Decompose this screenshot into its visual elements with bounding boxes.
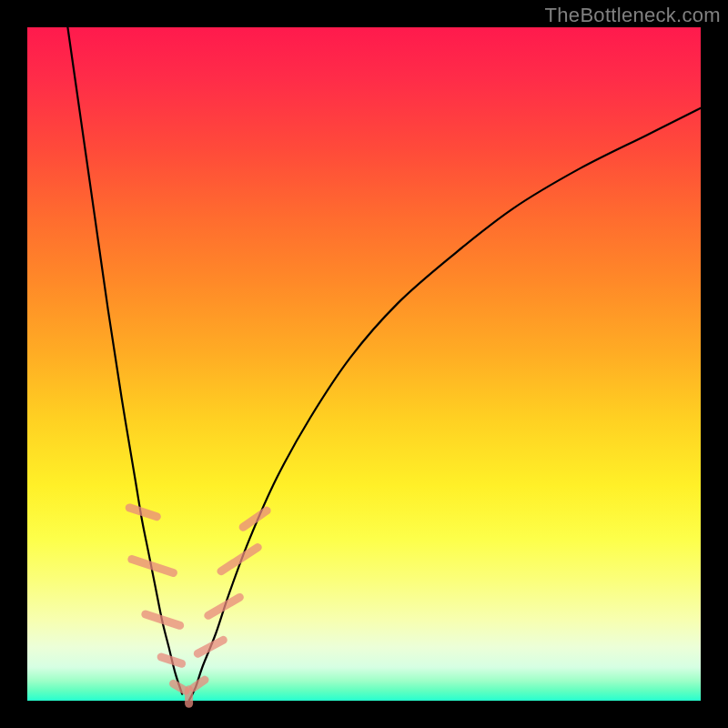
svg-rect-2 bbox=[140, 609, 185, 631]
curve-right-branch bbox=[189, 108, 701, 701]
svg-rect-0 bbox=[125, 502, 162, 521]
marker-2 bbox=[140, 609, 185, 631]
marker-7 bbox=[192, 634, 228, 659]
marker-0 bbox=[125, 502, 162, 521]
svg-rect-9 bbox=[216, 541, 264, 577]
svg-rect-7 bbox=[192, 634, 228, 659]
watermark-text: TheBottleneck.com bbox=[545, 4, 721, 27]
chart-svg bbox=[27, 27, 701, 701]
curve-left-branch bbox=[67, 27, 182, 694]
plot-area bbox=[27, 27, 701, 701]
marker-9 bbox=[216, 541, 264, 577]
marker-8 bbox=[203, 592, 246, 621]
svg-rect-8 bbox=[203, 592, 246, 621]
chart-container: TheBottleneck.com bbox=[0, 0, 728, 728]
